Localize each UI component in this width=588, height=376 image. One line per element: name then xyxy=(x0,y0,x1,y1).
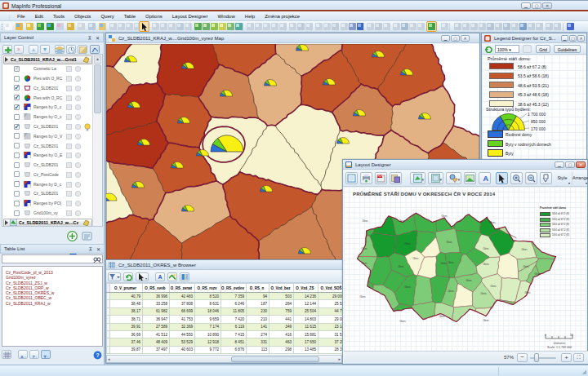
svg-text:Okres: Okres xyxy=(466,279,473,282)
svg-text:Okres: Okres xyxy=(405,242,412,246)
svg-text:Okres: Okres xyxy=(413,257,420,260)
svg-text:?: ? xyxy=(96,352,99,358)
svg-text:Okres: Okres xyxy=(447,241,453,244)
svg-text:Okres: Okres xyxy=(448,290,455,293)
svg-text:Okres: Okres xyxy=(448,261,455,264)
svg-text:Okres: Okres xyxy=(399,265,405,268)
svg-text:Okres: Okres xyxy=(483,319,490,322)
svg-text:Okres: Okres xyxy=(439,315,446,318)
svg-text:Okres: Okres xyxy=(441,262,448,265)
svg-text:Okres: Okres xyxy=(483,247,490,250)
svg-text:Okres: Okres xyxy=(400,320,407,323)
svg-text:Okres: Okres xyxy=(522,248,528,251)
svg-text:Okres: Okres xyxy=(523,265,530,268)
svg-text:PDF: PDF xyxy=(377,175,382,178)
svg-text:Okres: Okres xyxy=(362,247,368,250)
svg-text:Okres: Okres xyxy=(483,263,490,266)
svg-text:Okres: Okres xyxy=(481,292,488,295)
svg-text:Okres: Okres xyxy=(525,291,532,294)
svg-text:Okres: Okres xyxy=(360,295,367,299)
svg-text:Okres: Okres xyxy=(490,221,497,224)
svg-text:Okres: Okres xyxy=(491,285,497,288)
svg-text:Okres: Okres xyxy=(405,285,412,289)
svg-text:1 700 000: 1 700 000 xyxy=(528,112,546,117)
svg-text:170 000: 170 000 xyxy=(531,126,546,131)
svg-text:0: 0 xyxy=(545,334,546,337)
svg-text:Okres: Okres xyxy=(362,262,368,265)
svg-text:Okres: Okres xyxy=(399,219,406,223)
svg-text:850 000: 850 000 xyxy=(531,119,546,124)
svg-text:Okres: Okres xyxy=(363,219,369,223)
svg-text:Okres: Okres xyxy=(442,215,448,218)
svg-text:Okres: Okres xyxy=(535,272,541,276)
svg-text:30: 30 xyxy=(570,334,573,337)
